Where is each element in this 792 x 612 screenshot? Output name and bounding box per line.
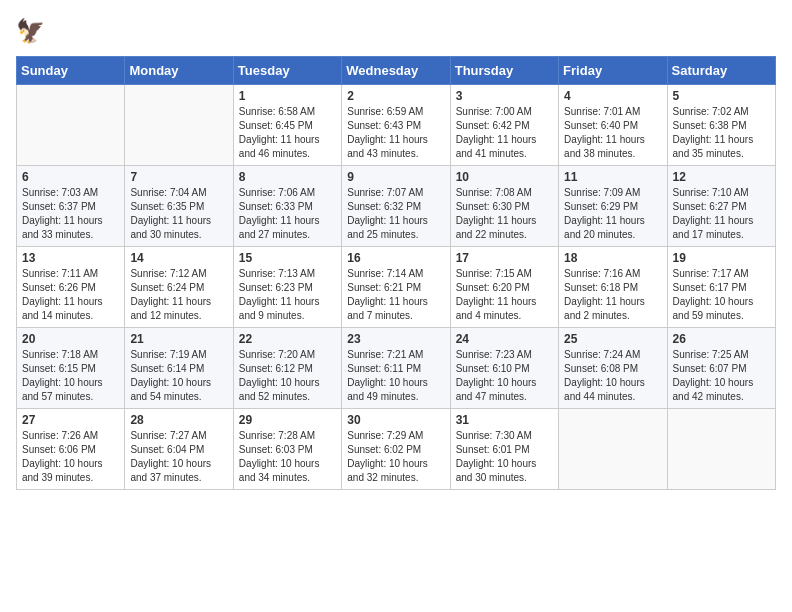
calendar-day-cell: 31Sunrise: 7:30 AM Sunset: 6:01 PM Dayli…	[450, 409, 558, 490]
calendar-day-cell: 22Sunrise: 7:20 AM Sunset: 6:12 PM Dayli…	[233, 328, 341, 409]
calendar-day-cell: 5Sunrise: 7:02 AM Sunset: 6:38 PM Daylig…	[667, 85, 775, 166]
day-info: Sunrise: 7:20 AM Sunset: 6:12 PM Dayligh…	[239, 348, 336, 404]
calendar-day-cell: 25Sunrise: 7:24 AM Sunset: 6:08 PM Dayli…	[559, 328, 667, 409]
calendar-day-cell: 3Sunrise: 7:00 AM Sunset: 6:42 PM Daylig…	[450, 85, 558, 166]
day-info: Sunrise: 7:14 AM Sunset: 6:21 PM Dayligh…	[347, 267, 444, 323]
calendar-day-cell: 19Sunrise: 7:17 AM Sunset: 6:17 PM Dayli…	[667, 247, 775, 328]
calendar-day-cell: 10Sunrise: 7:08 AM Sunset: 6:30 PM Dayli…	[450, 166, 558, 247]
calendar-day-cell: 24Sunrise: 7:23 AM Sunset: 6:10 PM Dayli…	[450, 328, 558, 409]
day-number: 12	[673, 170, 770, 184]
day-info: Sunrise: 7:23 AM Sunset: 6:10 PM Dayligh…	[456, 348, 553, 404]
day-info: Sunrise: 7:26 AM Sunset: 6:06 PM Dayligh…	[22, 429, 119, 485]
calendar-day-cell: 28Sunrise: 7:27 AM Sunset: 6:04 PM Dayli…	[125, 409, 233, 490]
day-info: Sunrise: 7:17 AM Sunset: 6:17 PM Dayligh…	[673, 267, 770, 323]
day-number: 25	[564, 332, 661, 346]
calendar-week-row: 20Sunrise: 7:18 AM Sunset: 6:15 PM Dayli…	[17, 328, 776, 409]
day-info: Sunrise: 7:27 AM Sunset: 6:04 PM Dayligh…	[130, 429, 227, 485]
calendar-day-cell: 27Sunrise: 7:26 AM Sunset: 6:06 PM Dayli…	[17, 409, 125, 490]
day-info: Sunrise: 7:11 AM Sunset: 6:26 PM Dayligh…	[22, 267, 119, 323]
day-info: Sunrise: 7:07 AM Sunset: 6:32 PM Dayligh…	[347, 186, 444, 242]
day-info: Sunrise: 7:08 AM Sunset: 6:30 PM Dayligh…	[456, 186, 553, 242]
day-info: Sunrise: 7:25 AM Sunset: 6:07 PM Dayligh…	[673, 348, 770, 404]
page-header: 🦅	[16, 16, 776, 46]
day-number: 15	[239, 251, 336, 265]
day-number: 2	[347, 89, 444, 103]
calendar-day-cell: 21Sunrise: 7:19 AM Sunset: 6:14 PM Dayli…	[125, 328, 233, 409]
calendar-day-cell	[125, 85, 233, 166]
logo: 🦅	[16, 16, 50, 46]
day-info: Sunrise: 6:59 AM Sunset: 6:43 PM Dayligh…	[347, 105, 444, 161]
day-info: Sunrise: 7:01 AM Sunset: 6:40 PM Dayligh…	[564, 105, 661, 161]
calendar-day-cell: 26Sunrise: 7:25 AM Sunset: 6:07 PM Dayli…	[667, 328, 775, 409]
day-info: Sunrise: 7:02 AM Sunset: 6:38 PM Dayligh…	[673, 105, 770, 161]
day-info: Sunrise: 7:12 AM Sunset: 6:24 PM Dayligh…	[130, 267, 227, 323]
day-info: Sunrise: 7:13 AM Sunset: 6:23 PM Dayligh…	[239, 267, 336, 323]
calendar-table: SundayMondayTuesdayWednesdayThursdayFrid…	[16, 56, 776, 490]
day-info: Sunrise: 7:16 AM Sunset: 6:18 PM Dayligh…	[564, 267, 661, 323]
day-info: Sunrise: 7:10 AM Sunset: 6:27 PM Dayligh…	[673, 186, 770, 242]
day-number: 30	[347, 413, 444, 427]
calendar-day-cell: 20Sunrise: 7:18 AM Sunset: 6:15 PM Dayli…	[17, 328, 125, 409]
calendar-week-row: 1Sunrise: 6:58 AM Sunset: 6:45 PM Daylig…	[17, 85, 776, 166]
day-info: Sunrise: 6:58 AM Sunset: 6:45 PM Dayligh…	[239, 105, 336, 161]
day-number: 24	[456, 332, 553, 346]
weekday-header: Sunday	[17, 57, 125, 85]
calendar-day-cell: 9Sunrise: 7:07 AM Sunset: 6:32 PM Daylig…	[342, 166, 450, 247]
day-number: 7	[130, 170, 227, 184]
day-number: 17	[456, 251, 553, 265]
day-info: Sunrise: 7:21 AM Sunset: 6:11 PM Dayligh…	[347, 348, 444, 404]
weekday-header: Monday	[125, 57, 233, 85]
day-number: 26	[673, 332, 770, 346]
day-number: 10	[456, 170, 553, 184]
day-number: 21	[130, 332, 227, 346]
weekday-header: Tuesday	[233, 57, 341, 85]
day-info: Sunrise: 7:09 AM Sunset: 6:29 PM Dayligh…	[564, 186, 661, 242]
calendar-day-cell: 7Sunrise: 7:04 AM Sunset: 6:35 PM Daylig…	[125, 166, 233, 247]
day-info: Sunrise: 7:18 AM Sunset: 6:15 PM Dayligh…	[22, 348, 119, 404]
day-info: Sunrise: 7:03 AM Sunset: 6:37 PM Dayligh…	[22, 186, 119, 242]
day-number: 3	[456, 89, 553, 103]
calendar-day-cell: 8Sunrise: 7:06 AM Sunset: 6:33 PM Daylig…	[233, 166, 341, 247]
day-info: Sunrise: 7:19 AM Sunset: 6:14 PM Dayligh…	[130, 348, 227, 404]
day-info: Sunrise: 7:24 AM Sunset: 6:08 PM Dayligh…	[564, 348, 661, 404]
calendar-day-cell	[667, 409, 775, 490]
calendar-day-cell: 1Sunrise: 6:58 AM Sunset: 6:45 PM Daylig…	[233, 85, 341, 166]
day-number: 18	[564, 251, 661, 265]
day-number: 29	[239, 413, 336, 427]
day-info: Sunrise: 7:29 AM Sunset: 6:02 PM Dayligh…	[347, 429, 444, 485]
day-number: 9	[347, 170, 444, 184]
calendar-day-cell: 2Sunrise: 6:59 AM Sunset: 6:43 PM Daylig…	[342, 85, 450, 166]
weekday-header-row: SundayMondayTuesdayWednesdayThursdayFrid…	[17, 57, 776, 85]
calendar-day-cell	[17, 85, 125, 166]
day-number: 14	[130, 251, 227, 265]
day-number: 6	[22, 170, 119, 184]
calendar-day-cell: 15Sunrise: 7:13 AM Sunset: 6:23 PM Dayli…	[233, 247, 341, 328]
day-number: 23	[347, 332, 444, 346]
day-number: 1	[239, 89, 336, 103]
day-info: Sunrise: 7:04 AM Sunset: 6:35 PM Dayligh…	[130, 186, 227, 242]
weekday-header: Friday	[559, 57, 667, 85]
day-info: Sunrise: 7:06 AM Sunset: 6:33 PM Dayligh…	[239, 186, 336, 242]
weekday-header: Saturday	[667, 57, 775, 85]
day-number: 16	[347, 251, 444, 265]
day-info: Sunrise: 7:00 AM Sunset: 6:42 PM Dayligh…	[456, 105, 553, 161]
day-info: Sunrise: 7:15 AM Sunset: 6:20 PM Dayligh…	[456, 267, 553, 323]
day-info: Sunrise: 7:28 AM Sunset: 6:03 PM Dayligh…	[239, 429, 336, 485]
weekday-header: Wednesday	[342, 57, 450, 85]
day-info: Sunrise: 7:30 AM Sunset: 6:01 PM Dayligh…	[456, 429, 553, 485]
day-number: 28	[130, 413, 227, 427]
calendar-week-row: 6Sunrise: 7:03 AM Sunset: 6:37 PM Daylig…	[17, 166, 776, 247]
calendar-day-cell: 18Sunrise: 7:16 AM Sunset: 6:18 PM Dayli…	[559, 247, 667, 328]
calendar-day-cell: 23Sunrise: 7:21 AM Sunset: 6:11 PM Dayli…	[342, 328, 450, 409]
day-number: 20	[22, 332, 119, 346]
day-number: 19	[673, 251, 770, 265]
svg-text:🦅: 🦅	[16, 17, 46, 45]
calendar-day-cell: 6Sunrise: 7:03 AM Sunset: 6:37 PM Daylig…	[17, 166, 125, 247]
calendar-day-cell: 30Sunrise: 7:29 AM Sunset: 6:02 PM Dayli…	[342, 409, 450, 490]
day-number: 4	[564, 89, 661, 103]
calendar-day-cell: 11Sunrise: 7:09 AM Sunset: 6:29 PM Dayli…	[559, 166, 667, 247]
calendar-day-cell: 17Sunrise: 7:15 AM Sunset: 6:20 PM Dayli…	[450, 247, 558, 328]
day-number: 5	[673, 89, 770, 103]
calendar-day-cell: 16Sunrise: 7:14 AM Sunset: 6:21 PM Dayli…	[342, 247, 450, 328]
day-number: 22	[239, 332, 336, 346]
